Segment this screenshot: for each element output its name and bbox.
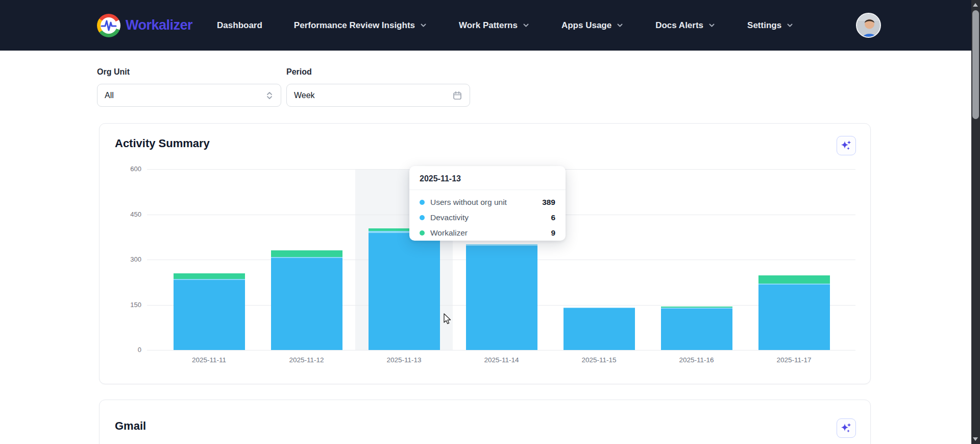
- bar-segment[interactable]: [271, 257, 342, 258]
- filter-bar: Org Unit All Period Week: [97, 67, 470, 107]
- calendar-icon: [452, 90, 462, 101]
- tooltip-date: 2025-11-13: [409, 166, 566, 190]
- x-axis-label: 2025-11-13: [355, 356, 453, 364]
- mouse-cursor: [442, 313, 453, 325]
- y-axis-tick: 450: [113, 211, 141, 218]
- bar-segment[interactable]: [466, 244, 537, 246]
- bar-segment[interactable]: [758, 275, 830, 283]
- nav-item-label: Work Patterns: [459, 20, 518, 31]
- nav-item-apps-usage[interactable]: Apps Usage: [561, 20, 624, 31]
- bar-segment[interactable]: [271, 258, 342, 350]
- bar-segment[interactable]: [271, 250, 342, 257]
- activity-summary-card: Activity Summary 01503004506002025-11-11…: [99, 123, 871, 384]
- org-unit-filter: Org Unit All: [97, 67, 281, 107]
- chevron-down-icon: [616, 21, 624, 29]
- bar-segment[interactable]: [758, 285, 830, 350]
- nav-item-label: Performance Review Insights: [294, 20, 415, 31]
- tooltip-series-label: Users without org unit: [430, 198, 536, 207]
- x-axis-label: 2025-11-14: [453, 356, 550, 364]
- nav-item-label: Docs Alerts: [655, 20, 703, 31]
- y-axis-tick: 300: [113, 255, 141, 263]
- bar-segment[interactable]: [466, 246, 537, 350]
- y-axis-tick: 0: [113, 346, 141, 354]
- workalizer-logo-icon: [97, 14, 120, 37]
- org-unit-label: Org Unit: [97, 67, 281, 77]
- tooltip-series-label: Devactivity: [430, 213, 545, 222]
- gmail-card: Gmail: [99, 400, 871, 444]
- tooltip-series-value: 389: [542, 198, 555, 207]
- bar-segment[interactable]: [758, 284, 830, 285]
- x-axis-label: 2025-11-11: [160, 356, 258, 364]
- activity-summary-title: Activity Summary: [115, 137, 210, 150]
- gridline: [147, 350, 855, 350]
- org-unit-select[interactable]: All: [97, 84, 281, 107]
- period-value: Week: [294, 91, 315, 100]
- y-axis-tick: 150: [113, 301, 141, 309]
- period-label: Period: [286, 67, 470, 77]
- nav-item-performance-review-insights[interactable]: Performance Review Insights: [294, 20, 427, 31]
- tooltip-row: Workalizer 9: [420, 225, 555, 241]
- nav-item-label: Apps Usage: [561, 20, 611, 31]
- nav-item-docs-alerts[interactable]: Docs Alerts: [655, 20, 716, 31]
- tooltip-series-value: 6: [551, 213, 555, 222]
- series-dot-icon: [420, 230, 425, 236]
- chart-tooltip: 2025-11-13 Users without org unit 389 De…: [409, 166, 566, 241]
- bar-segment[interactable]: [174, 279, 245, 280]
- tooltip-series-value: 9: [551, 228, 555, 238]
- scrollbar-down-arrow[interactable]: [973, 437, 978, 441]
- tooltip-row: Users without org unit 389: [420, 195, 555, 210]
- x-axis-label: 2025-11-12: [258, 356, 355, 364]
- series-dot-icon: [420, 215, 425, 220]
- scrollbar-thumb[interactable]: [972, 10, 979, 119]
- bar-segment[interactable]: [174, 273, 245, 279]
- sparkles-icon: [840, 139, 852, 152]
- bar-segment[interactable]: [661, 308, 732, 308]
- nav-item-settings[interactable]: Settings: [747, 20, 794, 31]
- chevron-down-icon: [786, 21, 794, 29]
- brand[interactable]: Workalizer: [97, 14, 192, 37]
- chevron-down-icon: [420, 21, 427, 29]
- nav-item-label: Dashboard: [217, 20, 262, 31]
- brand-name: Workalizer: [126, 17, 192, 33]
- y-axis-tick: 600: [113, 165, 141, 173]
- period-filter: Period Week: [286, 67, 470, 107]
- navbar: Workalizer Dashboard Performance Review …: [0, 0, 980, 51]
- ai-insights-button[interactable]: [837, 136, 856, 155]
- bar-segment[interactable]: [369, 233, 440, 350]
- bar-segment[interactable]: [661, 307, 732, 308]
- gmail-title: Gmail: [115, 419, 146, 433]
- nav-item-dashboard[interactable]: Dashboard: [217, 20, 262, 31]
- bar-segment[interactable]: [174, 280, 245, 350]
- sparkles-icon: [840, 422, 852, 434]
- tooltip-rows: Users without org unit 389 Devactivity 6…: [409, 190, 566, 241]
- nav-item-label: Settings: [747, 20, 781, 31]
- x-axis-label: 2025-11-15: [550, 356, 648, 364]
- main-nav: Dashboard Performance Review Insights Wo…: [217, 20, 794, 31]
- bar-segment[interactable]: [564, 308, 635, 350]
- org-unit-value: All: [105, 91, 114, 100]
- ai-insights-button[interactable]: [837, 418, 856, 438]
- x-axis-label: 2025-11-16: [648, 356, 745, 364]
- tooltip-row: Devactivity 6: [420, 210, 555, 225]
- scrollbar-up-arrow[interactable]: [973, 3, 978, 7]
- nav-item-work-patterns[interactable]: Work Patterns: [459, 20, 530, 31]
- select-chevrons-icon: [265, 90, 274, 101]
- x-axis-label: 2025-11-17: [745, 356, 843, 364]
- chevron-down-icon: [708, 21, 716, 29]
- series-dot-icon: [420, 200, 425, 205]
- bar-segment[interactable]: [661, 309, 732, 350]
- tooltip-series-label: Workalizer: [430, 228, 545, 238]
- chevron-down-icon: [522, 21, 530, 29]
- user-avatar[interactable]: [856, 13, 881, 38]
- vertical-scrollbar: [971, 0, 980, 444]
- page: Workalizer Dashboard Performance Review …: [0, 0, 980, 444]
- bar-segment[interactable]: [564, 308, 635, 308]
- period-input[interactable]: Week: [286, 84, 470, 107]
